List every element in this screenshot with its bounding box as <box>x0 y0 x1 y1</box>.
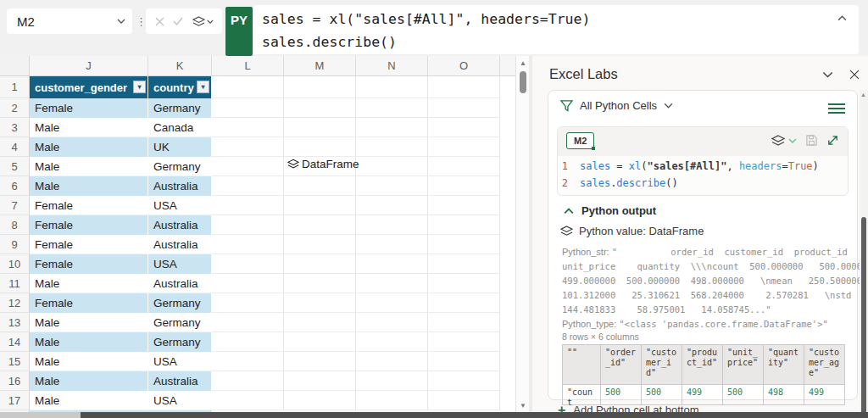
cell[interactable] <box>356 371 428 391</box>
grid-vertical-scrollbar[interactable]: ▲ ▼ <box>515 56 529 418</box>
row-header[interactable]: 7 <box>0 196 30 215</box>
cell[interactable] <box>284 235 356 254</box>
cell[interactable] <box>284 76 356 98</box>
collapse-formula-bar-icon[interactable] <box>837 15 847 21</box>
cell[interactable] <box>284 98 356 118</box>
row-header[interactable]: 11 <box>0 274 30 293</box>
cell[interactable] <box>428 196 500 215</box>
cell-country[interactable]: Germany <box>148 313 212 332</box>
cell-country[interactable]: USA <box>148 254 212 274</box>
cell[interactable] <box>284 215 356 235</box>
cell-gender[interactable]: Female <box>30 98 148 118</box>
cell-country[interactable]: Australia <box>148 274 212 293</box>
cell-gender[interactable]: Male <box>30 274 148 293</box>
row-header[interactable]: 13 <box>0 313 30 332</box>
cell[interactable] <box>284 313 356 332</box>
cell-gender[interactable]: Female <box>30 235 148 254</box>
cell[interactable] <box>284 254 356 274</box>
cell[interactable] <box>356 118 428 137</box>
cell[interactable] <box>212 332 284 352</box>
cell-gender[interactable]: Male <box>30 118 148 137</box>
column-header-n[interactable]: N <box>356 56 428 75</box>
cell[interactable] <box>356 274 428 293</box>
column-header-m[interactable]: M <box>284 56 356 75</box>
cell-country[interactable]: USA <box>148 196 212 215</box>
filter-dropdown-icon[interactable]: ▾ <box>197 81 209 93</box>
cell-gender[interactable]: Female <box>30 196 148 215</box>
scrollbar-thumb[interactable] <box>520 71 526 93</box>
cell[interactable] <box>356 293 428 313</box>
cell[interactable] <box>212 254 284 274</box>
cell[interactable] <box>428 137 500 157</box>
cell-gender[interactable]: Male <box>30 176 148 196</box>
cell[interactable] <box>212 176 284 196</box>
cell-country[interactable]: Australia <box>148 371 212 391</box>
row-header[interactable]: 3 <box>0 118 30 137</box>
row-header[interactable]: 2 <box>0 98 30 118</box>
cell-gender[interactable]: Male <box>30 157 148 176</box>
cell[interactable] <box>356 137 428 157</box>
cell[interactable] <box>356 157 428 176</box>
cancel-icon[interactable] <box>155 17 164 26</box>
cell-gender[interactable]: Male <box>30 352 148 371</box>
cell[interactable] <box>428 76 500 98</box>
cell[interactable] <box>356 215 428 235</box>
cell[interactable] <box>428 235 500 254</box>
row-header[interactable]: 14 <box>0 332 30 352</box>
cell[interactable] <box>212 137 284 157</box>
cell[interactable] <box>284 293 356 313</box>
cell[interactable] <box>212 313 284 332</box>
cell[interactable] <box>428 254 500 274</box>
cell[interactable] <box>284 391 356 410</box>
cell[interactable] <box>212 371 284 391</box>
column-header-o[interactable]: O <box>428 56 500 75</box>
cell[interactable] <box>212 118 284 137</box>
cell[interactable] <box>428 215 500 235</box>
cell-gender[interactable]: Female <box>30 254 148 274</box>
cell-gender[interactable]: Male <box>30 313 148 332</box>
panel-scrollbar[interactable]: ▲ <box>860 90 868 418</box>
cell[interactable] <box>212 235 284 254</box>
python-object-menu[interactable] <box>192 16 214 27</box>
cell-gender[interactable]: Male <box>30 137 148 157</box>
cell[interactable] <box>428 176 500 196</box>
row-header[interactable]: 8 <box>0 215 30 235</box>
column-header-j[interactable]: J <box>30 56 148 75</box>
cell-country[interactable]: Germany <box>148 332 212 352</box>
scroll-up-icon[interactable]: ▲ <box>520 59 526 67</box>
table-header-country[interactable]: country ▾ <box>148 76 212 98</box>
cell-country[interactable]: Australia <box>148 176 212 196</box>
formula-bar[interactable]: sales = xl("sales[#All]", headers=True) … <box>253 5 859 54</box>
cell-country[interactable]: USA <box>148 391 212 410</box>
cell-country[interactable]: Germany <box>148 98 212 118</box>
cell[interactable] <box>212 391 284 410</box>
row-header[interactable]: 15 <box>0 352 30 371</box>
cell[interactable] <box>428 391 500 410</box>
cells-filter[interactable]: All Python Cells <box>560 99 673 112</box>
panel-collapse-icon[interactable] <box>822 71 833 78</box>
cell[interactable] <box>428 274 500 293</box>
cell[interactable] <box>356 352 428 371</box>
cell[interactable] <box>356 98 428 118</box>
cell-gender[interactable]: Male <box>30 371 148 391</box>
cell[interactable] <box>284 137 356 157</box>
cell[interactable] <box>428 313 500 332</box>
row-header[interactable]: 10 <box>0 254 30 274</box>
scroll-down-icon[interactable]: ▼ <box>520 402 526 410</box>
output-type-menu[interactable] <box>771 135 797 147</box>
cell[interactable] <box>212 215 284 235</box>
cell[interactable] <box>356 76 428 98</box>
cell[interactable] <box>284 371 356 391</box>
cell[interactable] <box>356 176 428 196</box>
close-icon[interactable] <box>849 70 860 80</box>
python-output-section[interactable]: Python output <box>564 204 656 217</box>
cell-gender[interactable]: Female <box>30 293 148 313</box>
cell-ref-badge[interactable]: M2 <box>566 132 594 149</box>
row-header[interactable]: 6 <box>0 176 30 196</box>
cell[interactable] <box>212 98 284 118</box>
cell[interactable] <box>284 352 356 371</box>
cell[interactable] <box>428 352 500 371</box>
select-all-corner[interactable] <box>0 56 30 75</box>
cell-country[interactable]: Germany <box>148 293 212 313</box>
row-header[interactable]: 16 <box>0 371 30 391</box>
